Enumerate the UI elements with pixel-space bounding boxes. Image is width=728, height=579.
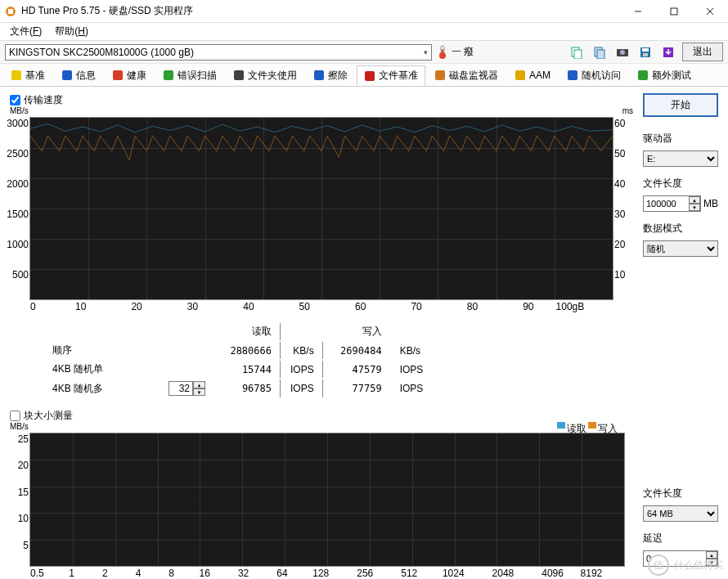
transfer-speed-label: 传输速度 bbox=[24, 93, 63, 107]
transfer-speed-checkbox[interactable] bbox=[10, 95, 20, 105]
read-value: 15744 bbox=[215, 361, 281, 378]
close-button[interactable] bbox=[692, 0, 728, 23]
side-panel: 开始 驱动器 E: 文件长度 ▲▼ MB 数据模式 随机 文件长度 64 MB … bbox=[643, 93, 718, 567]
write-value: 47579 bbox=[325, 361, 390, 378]
menu-file[interactable]: 文件(F) bbox=[5, 23, 47, 40]
chevron-down-icon: ▾ bbox=[424, 48, 428, 56]
results-table: 读取 写入 顺序2880666KB/s2690484KB/s4KB 随机单157… bbox=[43, 321, 433, 399]
svg-point-14 bbox=[620, 50, 625, 55]
filelen-stepper[interactable]: ▲▼ bbox=[643, 195, 701, 212]
tab-AAM[interactable]: AAM bbox=[507, 66, 558, 83]
blocksize-label: 块大小测量 bbox=[24, 409, 73, 423]
svg-rect-27 bbox=[515, 70, 525, 80]
filelen2-label: 文件长度 bbox=[643, 487, 718, 500]
tab-icon bbox=[313, 70, 325, 81]
save-button[interactable] bbox=[636, 43, 654, 61]
svg-rect-10 bbox=[574, 50, 582, 59]
filelen-label: 文件长度 bbox=[643, 177, 718, 191]
tab-bar: 基准信息健康错误扫描文件夹使用擦除文件基准磁盘监视器AAM随机访问额外测试 bbox=[0, 64, 728, 87]
copy-screenshot-button[interactable] bbox=[591, 43, 609, 61]
qd-up[interactable]: ▲ bbox=[193, 381, 205, 388]
tab-磁盘监视器[interactable]: 磁盘监视器 bbox=[427, 65, 506, 85]
transfer-speed-checkbox-row: 传输速度 bbox=[10, 93, 633, 107]
tab-icon bbox=[61, 70, 73, 81]
tab-icon bbox=[112, 70, 124, 81]
maximize-button[interactable] bbox=[656, 0, 692, 23]
tab-文件基准[interactable]: 文件基准 bbox=[357, 65, 425, 86]
drive-label: 驱动器 bbox=[643, 132, 718, 146]
svg-rect-3 bbox=[671, 8, 677, 15]
svg-rect-28 bbox=[568, 70, 577, 80]
transfer-speed-chart: 30002500200015001000500 605040302010 010… bbox=[29, 117, 613, 300]
svg-rect-23 bbox=[234, 70, 244, 80]
chart1-y-left-unit: MB/s bbox=[10, 106, 29, 115]
tab-icon bbox=[567, 70, 578, 81]
tab-icon bbox=[515, 70, 526, 81]
tab-icon bbox=[434, 70, 446, 81]
tab-信息[interactable]: 信息 bbox=[54, 65, 103, 85]
svg-rect-16 bbox=[642, 48, 649, 52]
svg-rect-22 bbox=[164, 70, 173, 80]
tab-icon bbox=[11, 70, 22, 81]
filelen-unit: MB bbox=[703, 198, 718, 209]
svg-rect-12 bbox=[597, 50, 604, 59]
svg-rect-8 bbox=[442, 49, 443, 56]
window-titlebar: HD Tune Pro 5.75 - 硬盘/SSD 实用程序 bbox=[0, 0, 728, 23]
svg-rect-19 bbox=[11, 70, 21, 80]
write-value: 2690484 bbox=[325, 342, 390, 359]
filelen-input[interactable] bbox=[644, 196, 689, 211]
tab-健康[interactable]: 健康 bbox=[105, 65, 154, 85]
filelen-down[interactable]: ▼ bbox=[689, 204, 700, 211]
svg-rect-21 bbox=[113, 70, 123, 80]
filelen2-select[interactable]: 64 MB bbox=[643, 505, 718, 522]
blocksize-chart: 读取写入 252015105 0.51248163264128256512102… bbox=[29, 433, 625, 567]
copy-info-button[interactable] bbox=[568, 43, 586, 61]
blocksize-checkbox-row: 块大小测量 bbox=[10, 409, 633, 423]
main-toolbar: KINGSTON SKC2500M81000G (1000 gB) ▾ 一 癈 … bbox=[0, 41, 728, 64]
read-value: 96785 bbox=[215, 379, 281, 397]
tab-额外测试[interactable]: 额外测试 bbox=[630, 65, 699, 85]
drive-selector[interactable]: KINGSTON SKC2500M81000G (1000 gB) ▾ bbox=[5, 44, 432, 61]
menu-bar: 文件(F) 帮助(H) bbox=[0, 23, 728, 41]
svg-rect-25 bbox=[365, 71, 375, 81]
datamode-select[interactable]: 随机 bbox=[643, 240, 718, 257]
queue-depth-stepper[interactable]: ▲▼ bbox=[169, 381, 205, 396]
thermometer-icon bbox=[437, 45, 448, 60]
read-value: 2880666 bbox=[215, 342, 281, 359]
blocksize-checkbox[interactable] bbox=[10, 411, 20, 421]
chart2-y-left-unit: MB/s bbox=[10, 422, 29, 431]
svg-rect-20 bbox=[62, 70, 72, 80]
screenshot-button[interactable] bbox=[613, 43, 631, 61]
tab-随机访问[interactable]: 随机访问 bbox=[559, 65, 628, 85]
svg-rect-26 bbox=[435, 70, 445, 80]
tab-文件夹使用[interactable]: 文件夹使用 bbox=[226, 65, 304, 85]
watermark: 值 什么值得买 bbox=[648, 554, 723, 576]
svg-rect-29 bbox=[638, 70, 648, 80]
svg-rect-17 bbox=[643, 53, 648, 56]
col-read: 读取 bbox=[215, 323, 281, 340]
row-label: 4KB 随机单 bbox=[44, 361, 159, 378]
tab-icon bbox=[364, 70, 375, 82]
row-label: 顺序 bbox=[44, 342, 159, 359]
start-button[interactable]: 开始 bbox=[643, 93, 718, 117]
svg-rect-24 bbox=[314, 70, 324, 80]
temperature-display: 一 癈 bbox=[437, 45, 474, 60]
filelen-up[interactable]: ▲ bbox=[689, 196, 700, 204]
minimize-button[interactable] bbox=[620, 0, 656, 23]
tab-擦除[interactable]: 擦除 bbox=[306, 65, 355, 85]
window-title: HD Tune Pro 5.75 - 硬盘/SSD 实用程序 bbox=[21, 4, 193, 18]
exit-button[interactable]: 退出 bbox=[682, 43, 723, 61]
tab-icon bbox=[233, 70, 245, 81]
drive-select[interactable]: E: bbox=[643, 150, 718, 167]
menu-help[interactable]: 帮助(H) bbox=[50, 23, 93, 40]
tab-icon bbox=[637, 70, 649, 81]
queue-depth-input[interactable] bbox=[169, 381, 193, 396]
delay-label: 延迟 bbox=[643, 532, 718, 545]
col-write: 写入 bbox=[325, 323, 390, 340]
tab-错误扫描[interactable]: 错误扫描 bbox=[155, 65, 224, 85]
qd-down[interactable]: ▼ bbox=[193, 388, 205, 396]
tab-基准[interactable]: 基准 bbox=[3, 65, 52, 85]
app-icon bbox=[5, 6, 16, 17]
drive-selector-text: KINGSTON SKC2500M81000G (1000 gB) bbox=[9, 47, 194, 58]
load-button[interactable] bbox=[659, 43, 677, 61]
